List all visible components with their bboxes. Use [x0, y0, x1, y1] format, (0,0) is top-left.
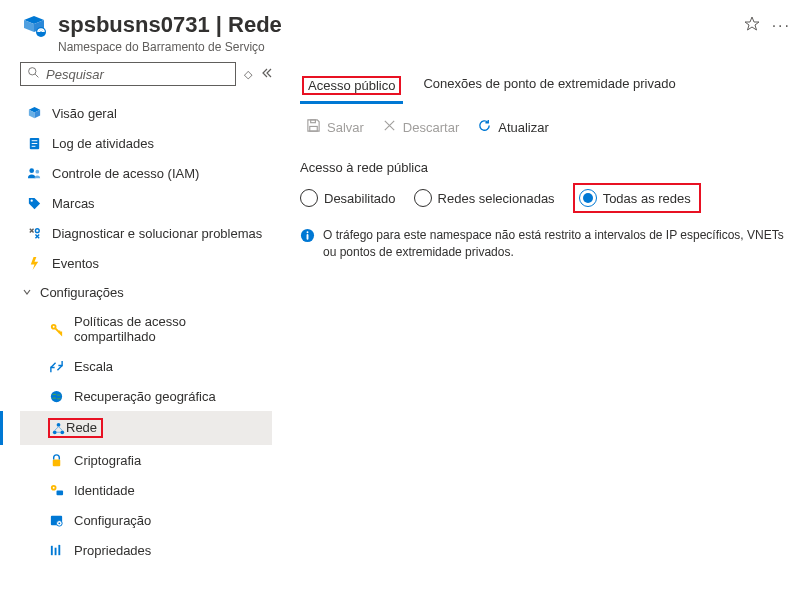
tag-icon	[26, 195, 42, 211]
nav-label: Identidade	[74, 483, 135, 498]
section-label: Acesso à rede pública	[300, 160, 791, 175]
favorite-star-icon[interactable]	[744, 16, 760, 35]
svg-point-12	[52, 325, 54, 327]
info-text: O tráfego para este namespace não está r…	[323, 227, 791, 261]
info-message: O tráfego para este namespace não está r…	[300, 227, 791, 261]
radio-all-networks[interactable]: Todas as redes	[573, 183, 701, 213]
save-icon	[306, 118, 321, 136]
svg-point-14	[56, 422, 60, 426]
svg-point-10	[35, 228, 39, 232]
main-content: Acesso público Conexões de ponto de extr…	[280, 62, 811, 608]
nav-events[interactable]: Eventos	[20, 248, 272, 278]
svg-rect-20	[56, 490, 63, 495]
network-icon	[50, 420, 66, 436]
page-header: spsbusns0731 | Rede Namespace do Barrame…	[0, 0, 811, 62]
save-button: Salvar	[306, 118, 364, 136]
nav-label: Log de atividades	[52, 136, 154, 151]
diagnose-icon	[26, 225, 42, 241]
svg-line-2	[35, 74, 38, 77]
nav-diagnose[interactable]: Diagnosticar e solucionar problemas	[20, 218, 272, 248]
svg-point-16	[60, 430, 64, 434]
nav-label: Controle de acesso (IAM)	[52, 166, 199, 181]
events-icon	[26, 255, 42, 271]
tab-private-endpoints[interactable]: Conexões de ponto de extremidade privado	[421, 72, 677, 104]
collapse-sidebar-icon[interactable]	[260, 67, 272, 82]
nav-label: Visão geral	[52, 106, 117, 121]
svg-rect-17	[52, 459, 60, 466]
discard-button: Descartar	[382, 118, 459, 136]
radio-label: Desabilitado	[324, 191, 396, 206]
nav-tags[interactable]: Marcas	[20, 188, 272, 218]
tab-label: Acesso público	[302, 76, 401, 95]
identity-icon	[48, 482, 64, 498]
refresh-icon	[477, 118, 492, 136]
scale-icon	[48, 358, 64, 374]
nav-label: Políticas de acesso compartilhado	[74, 314, 266, 344]
radio-icon	[300, 189, 318, 207]
overview-icon	[26, 105, 42, 121]
button-label: Descartar	[403, 120, 459, 135]
sidebar: ◇ Visão geral Log de atividades Controle…	[0, 62, 280, 608]
nav-label: Configuração	[74, 513, 151, 528]
radio-icon	[579, 189, 597, 207]
nav-label: Criptografia	[74, 453, 141, 468]
svg-point-8	[35, 169, 39, 173]
nav-scale[interactable]: Escala	[20, 351, 272, 381]
nav-overview[interactable]: Visão geral	[20, 98, 272, 128]
sidebar-settings-icon[interactable]: ◇	[244, 68, 252, 81]
iam-icon	[26, 165, 42, 181]
nav-label: Eventos	[52, 256, 99, 271]
public-access-radio-group: Desabilitado Redes selecionadas Todas as…	[300, 183, 791, 213]
search-input[interactable]	[46, 67, 229, 82]
nav-encryption[interactable]: Criptografia	[20, 445, 272, 475]
radio-label: Redes selecionadas	[438, 191, 555, 206]
page-title: spsbusns0731 | Rede	[58, 12, 734, 38]
nav-label: Recuperação geográfica	[74, 389, 216, 404]
nav-geo-recovery[interactable]: Recuperação geográfica	[20, 381, 272, 411]
radio-selected-networks[interactable]: Redes selecionadas	[414, 189, 555, 207]
log-icon	[26, 135, 42, 151]
svg-rect-28	[311, 120, 316, 123]
tab-label: Conexões de ponto de extremidade privado	[423, 76, 675, 91]
radio-label: Todas as redes	[603, 191, 691, 206]
svg-rect-27	[310, 126, 318, 131]
nav-group-label: Configurações	[40, 285, 124, 300]
servicebus-icon	[20, 12, 48, 43]
nav-iam[interactable]: Controle de acesso (IAM)	[20, 158, 272, 188]
tab-public-access[interactable]: Acesso público	[300, 72, 403, 104]
config-icon	[48, 512, 64, 528]
chevron-down-icon	[22, 285, 32, 300]
nav-group-settings[interactable]: Configurações	[20, 278, 272, 307]
nav-label: Propriedades	[74, 543, 151, 558]
svg-point-23	[58, 522, 60, 524]
nav-identity[interactable]: Identidade	[20, 475, 272, 505]
svg-rect-31	[307, 234, 309, 240]
nav-activity-log[interactable]: Log de atividades	[20, 128, 272, 158]
nav-label: Rede	[66, 420, 97, 436]
info-icon	[300, 228, 315, 248]
radio-disabled[interactable]: Desabilitado	[300, 189, 396, 207]
nav-label: Diagnosticar e solucionar problemas	[52, 226, 262, 241]
page-subtitle: Namespace do Barramento de Serviço	[58, 40, 734, 54]
svg-point-19	[52, 486, 54, 488]
tab-bar: Acesso público Conexões de ponto de extr…	[300, 72, 791, 104]
nav-properties[interactable]: Propriedades	[20, 535, 272, 565]
toolbar: Salvar Descartar Atualizar	[306, 118, 791, 136]
properties-icon	[48, 542, 64, 558]
nav-network[interactable]: Rede	[20, 411, 272, 445]
refresh-button[interactable]: Atualizar	[477, 118, 549, 136]
nav-label: Escala	[74, 359, 113, 374]
svg-point-15	[52, 430, 56, 434]
lock-icon	[48, 452, 64, 468]
svg-point-30	[307, 231, 309, 233]
svg-point-13	[50, 390, 61, 401]
search-icon	[27, 66, 40, 82]
globe-icon	[48, 388, 64, 404]
nav-shared-access[interactable]: Políticas de acesso compartilhado	[20, 307, 272, 351]
svg-point-7	[29, 168, 34, 173]
search-box[interactable]	[20, 62, 236, 86]
svg-point-9	[30, 199, 32, 201]
more-icon[interactable]: ···	[772, 17, 791, 35]
button-label: Salvar	[327, 120, 364, 135]
nav-configuration[interactable]: Configuração	[20, 505, 272, 535]
